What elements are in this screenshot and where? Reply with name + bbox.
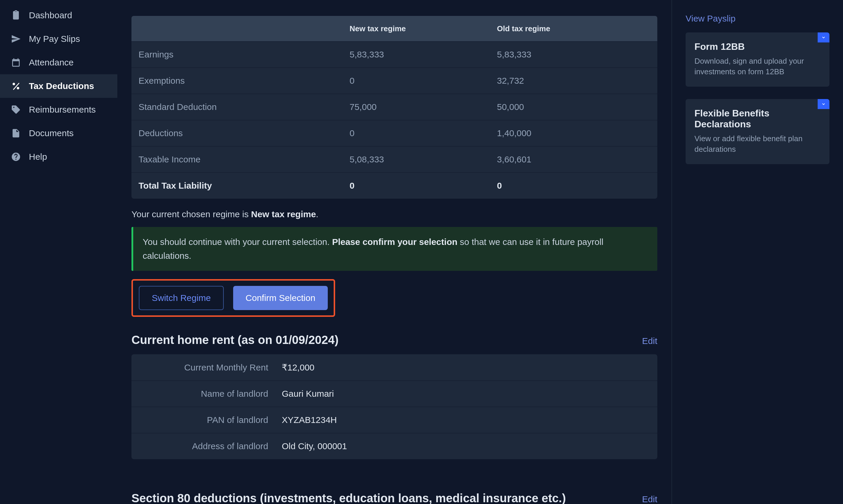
row-old: 50,000 xyxy=(497,102,657,112)
clipboard-icon xyxy=(11,10,21,21)
info-key: Name of landlord xyxy=(131,389,282,399)
section80-head: Section 80 deductions (investments, educ… xyxy=(131,492,657,504)
row-label: Total Tax Liability xyxy=(131,181,349,191)
regime-buttons-highlight: Switch Regime Confirm Selection xyxy=(131,279,335,317)
row-old: 5,83,333 xyxy=(497,50,657,59)
sidebar-item-attendance[interactable]: Attendance xyxy=(0,51,117,74)
sidebar-item-label: Tax Deductions xyxy=(29,81,94,91)
card-desc: View or add flexible benefit plan declar… xyxy=(695,133,821,155)
home-rent-edit-link[interactable]: Edit xyxy=(642,336,657,346)
row-new: 0 xyxy=(349,181,497,191)
info-val: ₹12,000 xyxy=(282,362,315,373)
download-icon xyxy=(818,32,829,42)
table-row: Deductions 0 1,40,000 xyxy=(131,120,657,146)
sidebar-item-label: Help xyxy=(29,152,47,162)
paper-plane-icon xyxy=(11,34,21,44)
home-rent-title: Current home rent (as on 01/09/2024) xyxy=(131,334,338,347)
confirm-selection-button[interactable]: Confirm Selection xyxy=(233,286,328,310)
home-rent-section-head: Current home rent (as on 01/09/2024) Edi… xyxy=(131,334,657,347)
card-title: Flexible Benefits Declarations xyxy=(695,108,821,130)
question-icon xyxy=(11,151,21,162)
confirm-alert: You should continue with your current se… xyxy=(131,227,657,271)
section80-title: Section 80 deductions (investments, educ… xyxy=(131,492,566,504)
sidebar-item-payslips[interactable]: My Pay Slips xyxy=(0,27,117,51)
card-desc: Download, sign and upload your investmen… xyxy=(695,56,821,77)
info-row: PAN of landlord XYZAB1234H xyxy=(131,407,657,433)
row-old: 0 xyxy=(497,181,657,191)
info-row: Current Monthly Rent ₹12,000 xyxy=(131,354,657,380)
row-label: Deductions xyxy=(131,128,349,138)
table-row: Earnings 5,83,333 5,83,333 xyxy=(131,41,657,68)
sidebar-item-label: Reimbursements xyxy=(29,105,96,115)
info-val: Gauri Kumari xyxy=(282,389,334,399)
regime-note: Your current chosen regime is New tax re… xyxy=(131,209,657,219)
card-title: Form 12BB xyxy=(695,41,821,52)
info-row: Name of landlord Gauri Kumari xyxy=(131,380,657,407)
row-old: 1,40,000 xyxy=(497,128,657,138)
row-old: 32,732 xyxy=(497,76,657,86)
section80-edit-link[interactable]: Edit xyxy=(642,494,657,504)
document-icon xyxy=(11,128,21,139)
info-key: Current Monthly Rent xyxy=(131,362,282,373)
row-new: 0 xyxy=(349,76,497,86)
flexible-benefits-card[interactable]: Flexible Benefits Declarations View or a… xyxy=(686,99,829,164)
row-new: 75,000 xyxy=(349,102,497,112)
info-val: Old City, 000001 xyxy=(282,441,347,451)
home-rent-table: Current Monthly Rent ₹12,000 Name of lan… xyxy=(131,354,657,459)
sidebar-item-dashboard[interactable]: Dashboard xyxy=(0,3,117,27)
row-label: Exemptions xyxy=(131,76,349,86)
header-new-regime: New tax regime xyxy=(349,24,497,33)
view-payslip-link[interactable]: View Payslip xyxy=(686,14,829,23)
table-header: New tax regime Old tax regime xyxy=(131,16,657,41)
table-row: Exemptions 0 32,732 xyxy=(131,68,657,94)
row-new: 0 xyxy=(349,128,497,138)
info-key: PAN of landlord xyxy=(131,415,282,425)
right-panel: View Payslip Form 12BB Download, sign an… xyxy=(671,0,842,504)
download-icon xyxy=(818,99,829,109)
info-row: Address of landlord Old City, 000001 xyxy=(131,433,657,459)
tax-regime-table: New tax regime Old tax regime Earnings 5… xyxy=(131,16,657,199)
sidebar-item-label: Dashboard xyxy=(29,10,72,20)
row-old: 3,60,601 xyxy=(497,155,657,164)
row-new: 5,08,333 xyxy=(349,155,497,164)
sidebar: Dashboard My Pay Slips Attendance Tax De… xyxy=(0,0,117,504)
sidebar-item-label: My Pay Slips xyxy=(29,34,80,44)
table-row: Standard Deduction 75,000 50,000 xyxy=(131,94,657,120)
table-row: Taxable Income 5,08,333 3,60,601 xyxy=(131,146,657,173)
switch-regime-button[interactable]: Switch Regime xyxy=(139,286,224,310)
row-label: Taxable Income xyxy=(131,155,349,164)
sidebar-item-label: Attendance xyxy=(29,57,74,68)
sidebar-item-reimbursements[interactable]: Reimbursements xyxy=(0,98,117,122)
form-12bb-card[interactable]: Form 12BB Download, sign and upload your… xyxy=(686,32,829,87)
sidebar-item-label: Documents xyxy=(29,128,74,138)
calendar-icon xyxy=(11,57,21,68)
sidebar-item-tax-deductions[interactable]: Tax Deductions xyxy=(0,74,117,98)
row-label: Earnings xyxy=(131,50,349,59)
sidebar-item-help[interactable]: Help xyxy=(0,145,117,168)
row-new: 5,83,333 xyxy=(349,50,497,59)
main-content: New tax regime Old tax regime Earnings 5… xyxy=(117,0,671,504)
row-label: Standard Deduction xyxy=(131,102,349,112)
tag-icon xyxy=(11,104,21,115)
info-val: XYZAB1234H xyxy=(282,415,337,425)
table-row-total: Total Tax Liability 0 0 xyxy=(131,173,657,199)
info-key: Address of landlord xyxy=(131,441,282,451)
header-old-regime: Old tax regime xyxy=(497,24,657,33)
percent-icon xyxy=(11,81,21,91)
sidebar-item-documents[interactable]: Documents xyxy=(0,122,117,145)
